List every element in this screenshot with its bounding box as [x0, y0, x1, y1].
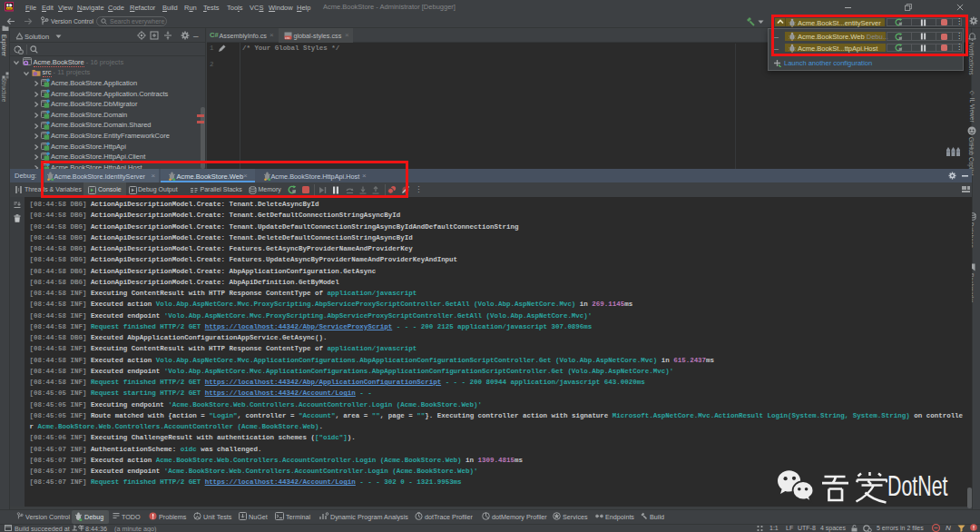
svg-text:css: css [285, 36, 290, 40]
